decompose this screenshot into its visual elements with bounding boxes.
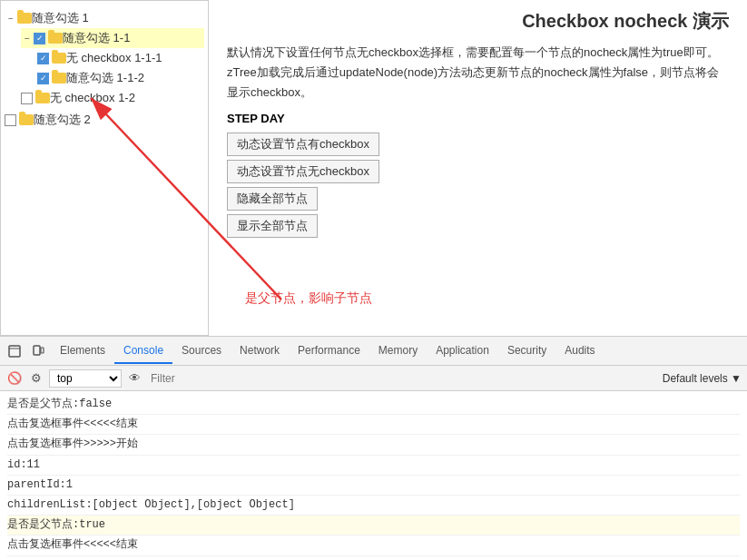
svg-rect-5 — [41, 348, 44, 353]
devtools-inspect-btn[interactable] — [4, 340, 25, 362]
btn-no-checkbox[interactable]: 动态设置节点无checkbox — [227, 160, 379, 183]
folder-icon-1-1-1 — [52, 53, 66, 64]
folder-icon-1-1-2 — [52, 73, 66, 84]
checkbox-1-1-2[interactable] — [37, 73, 49, 84]
devtools-tabs-bar: Elements Console Sources Network Perform… — [0, 337, 747, 366]
tree-node-1-1-2[interactable]: 随意勾选 1-1-2 — [37, 68, 204, 88]
folder-icon-1-2 — [35, 93, 50, 103]
tree-label-1: 随意勾选 1 — [32, 10, 89, 26]
filter-icon[interactable]: ⚙ — [27, 369, 45, 388]
checkbox-1-2[interactable] — [21, 93, 33, 104]
devtools-device-btn[interactable] — [27, 340, 49, 362]
tab-memory[interactable]: Memory — [369, 339, 427, 364]
console-line-0: 是否是父节点:false — [7, 395, 740, 415]
expand-icon-1[interactable]: − — [5, 12, 17, 25]
tree-label-1-1: 随意勾选 1-1 — [63, 30, 130, 46]
eye-icon[interactable]: 👁 — [125, 369, 143, 388]
tab-console[interactable]: Console — [114, 339, 172, 364]
console-line-4: parentId:1 — [7, 476, 740, 496]
folder-icon-1 — [17, 13, 32, 24]
console-output: 是否是父节点:false 点击复选框事件<<<<<结束 点击复选框事件>>>>>… — [0, 391, 747, 560]
svg-rect-2 — [9, 346, 20, 357]
expand-icon-1-1[interactable]: − — [21, 32, 34, 44]
tab-audits[interactable]: Audits — [555, 339, 604, 364]
tab-elements[interactable]: Elements — [51, 339, 114, 364]
tree-node-1-1-1[interactable]: 无 checkbox 1-1-1 — [37, 48, 204, 68]
tree-node-1-1[interactable]: − 随意勾选 1-1 — [21, 28, 204, 48]
devtools-panel: Elements Console Sources Network Perform… — [0, 336, 747, 560]
folder-icon-2 — [19, 114, 34, 125]
tree-node-1-2[interactable]: 无 checkbox 1-2 — [21, 88, 204, 108]
tab-network[interactable]: Network — [231, 339, 289, 364]
tree-label-1-1-1: 无 checkbox 1-1-1 — [66, 50, 162, 66]
tree-label-1-2: 无 checkbox 1-2 — [50, 90, 135, 106]
console-line-7: 点击复选框事件<<<<<结束 — [7, 535, 740, 555]
console-line-6: 是否是父节点:true — [7, 516, 740, 535]
devtools-toolbar: 🚫 ⚙ top 👁 Default levels ▼ — [0, 366, 747, 391]
checkbox-1-1-1[interactable] — [37, 53, 49, 64]
tree-panel: − 随意勾选 1 − 随意勾选 1-1 无 checkbox 1-1-1 — [0, 0, 209, 336]
filter-input[interactable] — [147, 369, 659, 388]
step-day-label: STEP DAY — [227, 112, 729, 125]
console-line-5: childrenList:[object Object],[object Obj… — [7, 496, 740, 516]
context-select[interactable]: top — [49, 369, 122, 388]
tree-node-2[interactable]: 随意勾选 2 — [5, 110, 204, 130]
checkbox-1-1[interactable] — [34, 33, 45, 44]
btn-hide-all[interactable]: 隐藏全部节点 — [227, 187, 318, 211]
console-line-1: 点击复选框事件<<<<<结束 — [7, 415, 740, 435]
tab-application[interactable]: Application — [427, 339, 498, 364]
tree-label-2: 随意勾选 2 — [34, 112, 91, 128]
console-line-2: 点击复选框事件>>>>>开始 — [7, 435, 740, 455]
btn-has-checkbox[interactable]: 动态设置节点有checkbox — [227, 133, 379, 156]
tree-label-1-1-2: 随意勾选 1-1-2 — [66, 70, 144, 86]
tab-performance[interactable]: Performance — [289, 339, 369, 364]
default-levels-dropdown[interactable]: Default levels ▼ — [663, 372, 742, 385]
console-line-3: id:11 — [7, 456, 740, 476]
tab-sources[interactable]: Sources — [172, 339, 231, 364]
checkbox-2[interactable] — [5, 114, 16, 126]
clear-console-icon[interactable]: 🚫 — [5, 369, 24, 388]
tree-node-1[interactable]: − 随意勾选 1 — [5, 8, 204, 28]
svg-rect-4 — [34, 346, 40, 355]
folder-icon-1-1 — [48, 33, 63, 44]
tab-security[interactable]: Security — [498, 339, 555, 364]
btn-show-all[interactable]: 显示全部节点 — [227, 214, 318, 238]
page-title: Checkbox nocheck 演示 — [227, 9, 729, 34]
description-text: 默认情况下设置任何节点无checkbox选择框，需要配置每一个节点的nochec… — [227, 43, 729, 103]
content-panel: Checkbox nocheck 演示 默认情况下设置任何节点无checkbox… — [209, 0, 747, 336]
